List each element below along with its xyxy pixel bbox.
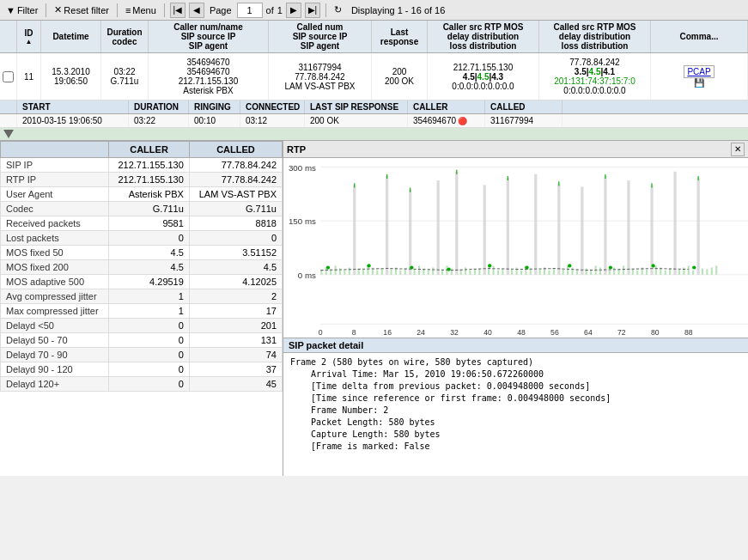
row-checkbox-cell[interactable] bbox=[0, 53, 17, 100]
duration-col-header[interactable]: Durationcodec bbox=[101, 21, 149, 52]
row-duration: 03:22 bbox=[113, 67, 135, 76]
caller-rtp-col-header[interactable]: Caller src RTP MOSdelay distributionloss… bbox=[428, 21, 539, 52]
svg-text:56: 56 bbox=[550, 328, 559, 337]
svg-rect-35 bbox=[386, 176, 388, 275]
svg-point-118 bbox=[447, 267, 450, 271]
first-page-button[interactable]: |◀ bbox=[170, 3, 185, 18]
stats-row-caller: 0 bbox=[109, 362, 190, 377]
displaying-label: Displaying 1 - 16 of 16 bbox=[351, 5, 445, 15]
svg-rect-75 bbox=[553, 269, 555, 275]
svg-rect-51 bbox=[451, 269, 453, 275]
separator4 bbox=[325, 3, 326, 17]
stats-row: Delayd 120+045 bbox=[1, 377, 283, 392]
svg-rect-95 bbox=[636, 271, 638, 275]
chart-title: RTP bbox=[287, 144, 306, 155]
svg-text:72: 72 bbox=[617, 328, 626, 337]
refresh-button[interactable]: ↻ bbox=[331, 3, 344, 16]
svg-rect-52 bbox=[455, 172, 458, 275]
stats-row-caller: 4.5 bbox=[109, 260, 190, 275]
row-called-cell: 311677994 77.78.84.242 LAM VS-AST PBX bbox=[269, 53, 372, 100]
svg-rect-28 bbox=[354, 183, 355, 187]
row-response-cell: 200 200 OK bbox=[372, 53, 428, 100]
sip-line-1: Frame 2 (580 bytes on wire, 580 bytes ca… bbox=[290, 356, 741, 368]
caller-num-col-header[interactable]: Caller num/nameSIP source IPSIP agent bbox=[149, 21, 269, 52]
svg-rect-26 bbox=[349, 267, 350, 274]
duration-header: DURATION bbox=[129, 100, 189, 113]
svg-point-119 bbox=[488, 264, 491, 267]
svg-text:150 ms: 150 ms bbox=[289, 216, 316, 226]
pcap-button[interactable]: PCAP bbox=[684, 65, 714, 78]
svg-rect-76 bbox=[557, 183, 560, 275]
chart-svg: 300 ms 150 ms 0 ms 0 8 16 24 32 40 48 56… bbox=[283, 158, 748, 338]
svg-rect-64 bbox=[507, 178, 509, 275]
svg-point-120 bbox=[525, 265, 528, 269]
svg-text:0: 0 bbox=[319, 328, 323, 337]
separator2 bbox=[117, 3, 118, 17]
chart-canvas: 300 ms 150 ms 0 ms 0 8 16 24 32 40 48 56… bbox=[283, 158, 748, 338]
svg-rect-99 bbox=[651, 183, 652, 187]
sip-line-6: Packet Length: 580 bytes bbox=[290, 417, 741, 429]
called-rtp-col-header[interactable]: Called src RTP MOSdelay distributionloss… bbox=[539, 21, 651, 52]
last-response-col-header[interactable]: Last response bbox=[372, 21, 428, 52]
svg-rect-91 bbox=[618, 270, 620, 275]
stats-row-caller: 1 bbox=[109, 304, 190, 319]
next-page-button[interactable]: ▶ bbox=[286, 3, 301, 18]
svg-rect-47 bbox=[432, 267, 434, 274]
chart-close-button[interactable]: ✕ bbox=[731, 143, 745, 156]
svg-rect-110 bbox=[698, 176, 699, 180]
last-sip-data: 200 OK bbox=[305, 114, 408, 127]
svg-rect-78 bbox=[563, 270, 564, 275]
menu-button[interactable]: ≡ Menu bbox=[123, 4, 159, 16]
stats-row: Avg compressed jitter12 bbox=[1, 289, 283, 304]
row-command-cell[interactable]: PCAP 💾 bbox=[651, 53, 748, 100]
right-panel: RTP ✕ 300 ms 150 ms 0 bbox=[283, 141, 748, 476]
expand-row[interactable] bbox=[0, 128, 748, 141]
last-page-button[interactable]: ▶| bbox=[305, 3, 320, 18]
stats-caller-header: CALLER bbox=[109, 142, 190, 158]
chart-legend: Loss 0 1/20 2/20 3/20 bbox=[283, 338, 748, 338]
stats-row-called: 17 bbox=[189, 304, 282, 319]
row-checkbox[interactable] bbox=[3, 71, 14, 82]
stats-row-caller: 1 bbox=[109, 289, 190, 304]
row-codec: G.711u bbox=[111, 76, 139, 86]
page-of-label: of bbox=[266, 5, 274, 15]
stats-row: Received packets95818818 bbox=[1, 216, 283, 231]
svg-rect-33 bbox=[376, 271, 378, 275]
svg-rect-102 bbox=[665, 271, 666, 275]
called-delay1: 201:131:74:37:15:7:0 bbox=[554, 76, 635, 86]
page-input[interactable] bbox=[237, 3, 263, 18]
sip-detail-panel: SIP packet detail Frame 2 (580 bytes on … bbox=[283, 338, 748, 476]
stats-row-caller: 0 bbox=[109, 231, 190, 246]
stats-row-caller: Asterisk PBX bbox=[109, 187, 190, 202]
row-time: 19:06:50 bbox=[54, 76, 88, 86]
expand-toggle[interactable] bbox=[3, 130, 14, 138]
called-num-col-header[interactable]: Called numSIP source IPSIP agent bbox=[269, 21, 372, 52]
svg-point-121 bbox=[568, 264, 571, 267]
svg-rect-93 bbox=[627, 180, 629, 275]
stats-row: Delayd <500201 bbox=[1, 319, 283, 333]
stats-row-label: MOS adaptive 500 bbox=[1, 275, 109, 289]
stats-row-label: SIP IP bbox=[1, 158, 109, 173]
chart-area: RTP ✕ 300 ms 150 ms 0 bbox=[283, 141, 748, 338]
stats-row: Lost packets00 bbox=[1, 231, 283, 246]
save-icon[interactable]: 💾 bbox=[694, 78, 704, 88]
called-data: 311677994 bbox=[485, 114, 563, 127]
svg-text:40: 40 bbox=[483, 328, 492, 337]
stats-row-called: G.711u bbox=[189, 202, 282, 216]
stats-panel: CALLER CALLED SIP IP212.71.155.13077.78.… bbox=[0, 141, 283, 476]
caller-data: 354694670 🔴 bbox=[408, 114, 485, 127]
datetime-col-header[interactable]: Datetime bbox=[41, 21, 101, 52]
svg-rect-82 bbox=[581, 186, 583, 274]
prev-page-button[interactable]: ◀ bbox=[189, 3, 204, 18]
svg-rect-100 bbox=[655, 265, 657, 274]
reset-filter-button[interactable]: ✕ Reset filter bbox=[52, 3, 112, 16]
id-col-header[interactable]: ID bbox=[17, 21, 41, 52]
filter-button[interactable]: ▼ Filter bbox=[3, 4, 40, 16]
svg-text:24: 24 bbox=[417, 328, 425, 337]
stats-row-caller: 0 bbox=[109, 377, 190, 392]
stats-row-called: 4.12025 bbox=[189, 275, 282, 289]
command-col-header[interactable]: Comma... bbox=[651, 21, 748, 52]
caller-num2: 354694670 bbox=[186, 67, 229, 76]
svg-point-124 bbox=[692, 265, 696, 269]
svg-point-115 bbox=[326, 265, 330, 269]
